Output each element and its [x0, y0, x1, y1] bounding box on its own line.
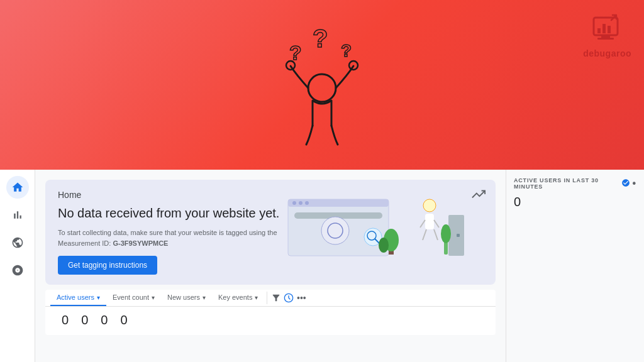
svg-text:?: ? — [341, 41, 352, 60]
compare-icon-button[interactable] — [282, 292, 295, 304]
svg-point-9 — [308, 74, 336, 102]
new-users-number: 0 — [101, 313, 108, 327]
tab-new-users[interactable]: New users ▾ — [161, 290, 212, 306]
right-panel-title-text: ACTIVE USERS IN LAST 30 MINUTES — [514, 177, 621, 190]
svg-rect-13 — [288, 199, 389, 207]
right-panel-header: ACTIVE USERS IN LAST 30 MINUTES • — [514, 177, 636, 190]
debugaroo-logo: debugaroo — [583, 13, 631, 58]
measurement-id: G-3F9SYWPMCE — [113, 239, 168, 247]
main-content: Home No data received from your website … — [35, 170, 506, 362]
metrics-tabs-container: Active users ▾ Event count ▾ New users ▾… — [45, 290, 496, 307]
right-panel-status-icon[interactable] — [621, 178, 630, 189]
card-left: Home No data received from your website … — [58, 190, 282, 275]
svg-rect-2 — [597, 38, 614, 40]
sidebar — [0, 170, 35, 362]
trending-up-icon — [472, 187, 486, 201]
more-options-dots: ••• — [297, 293, 306, 303]
svg-rect-3 — [597, 28, 601, 33]
get-tagging-button[interactable]: Get tagging instructions — [58, 256, 157, 275]
svg-point-35 — [441, 224, 451, 243]
check-circle-icon — [621, 178, 630, 187]
analytics-section: Home No data received from your website … — [0, 170, 644, 362]
confused-person-illustration: ? ? ? — [253, 16, 391, 154]
metric-event-count-value: 0 — [75, 310, 94, 330]
svg-point-15 — [299, 201, 303, 205]
tab-active-users-label: Active users — [57, 293, 94, 301]
debugaroo-label: debugaroo — [583, 48, 631, 58]
svg-line-28 — [420, 220, 425, 228]
metric-new-users-value: 0 — [94, 310, 114, 330]
tab-event-count-label: Event count — [113, 293, 149, 301]
metric-active-users-value: 0 — [55, 310, 75, 330]
no-data-card: Home No data received from your website … — [45, 180, 496, 285]
tab-key-events[interactable]: Key events ▾ — [212, 290, 264, 306]
more-options-button[interactable]: ••• — [295, 292, 308, 304]
svg-text:?: ? — [313, 25, 328, 52]
right-panel-value: 0 — [514, 195, 636, 209]
svg-rect-27 — [425, 214, 434, 229]
sidebar-item-reports[interactable] — [6, 204, 29, 226]
bar-chart-icon — [11, 209, 24, 221]
key-events-dropdown-arrow[interactable]: ▾ — [255, 294, 258, 301]
metrics-values-container: 0 0 0 0 — [45, 307, 496, 335]
tab-event-count[interactable]: Event count ▾ — [106, 290, 161, 306]
trend-icon-button[interactable] — [472, 187, 486, 204]
metrics-tabs: Active users ▾ Event count ▾ New users ▾… — [50, 290, 491, 306]
svg-line-31 — [434, 229, 438, 240]
svg-rect-5 — [608, 26, 611, 33]
active-users-dropdown-arrow[interactable]: ▾ — [97, 294, 100, 301]
svg-rect-4 — [602, 24, 606, 33]
sidebar-item-home[interactable] — [6, 176, 29, 199]
card-heading: No data received from your website yet. — [58, 205, 282, 221]
svg-point-25 — [379, 238, 389, 253]
svg-point-16 — [305, 201, 309, 205]
top-hero-section: debugaroo ? ? ? — [0, 0, 644, 170]
filter-icon-button[interactable] — [270, 292, 282, 304]
card-title: Home — [58, 190, 282, 200]
event-count-number: 0 — [81, 313, 88, 327]
home-icon — [11, 181, 24, 194]
event-count-dropdown-arrow[interactable]: ▾ — [152, 294, 155, 301]
tab-key-events-label: Key events — [218, 293, 252, 301]
advertising-icon — [11, 264, 24, 277]
svg-line-30 — [423, 229, 426, 240]
card-illustration — [282, 190, 483, 259]
svg-rect-1 — [601, 35, 610, 38]
active-users-number: 0 — [62, 313, 69, 327]
svg-line-29 — [434, 220, 439, 228]
right-panel: ACTIVE USERS IN LAST 30 MINUTES • 0 — [506, 170, 644, 362]
svg-point-26 — [423, 199, 436, 212]
debugaroo-logo-icon — [589, 13, 626, 47]
right-panel-more-button[interactable]: • — [633, 178, 636, 189]
right-panel-dots: • — [633, 178, 636, 189]
metrics-divider — [267, 292, 267, 304]
new-users-dropdown-arrow[interactable]: ▾ — [203, 294, 206, 301]
ga4-illustration — [282, 190, 470, 259]
svg-point-14 — [292, 201, 296, 205]
sidebar-item-explore[interactable] — [6, 231, 29, 254]
filter-icon — [271, 293, 281, 303]
svg-rect-33 — [457, 234, 460, 237]
sidebar-item-advertising[interactable] — [6, 259, 29, 282]
compare-icon — [284, 293, 294, 303]
svg-point-18 — [321, 217, 349, 244]
tab-new-users-label: New users — [167, 293, 200, 301]
tab-active-users[interactable]: Active users ▾ — [50, 290, 106, 306]
right-panel-icons: • — [621, 178, 636, 189]
card-description: To start collecting data, make sure that… — [58, 228, 282, 248]
metric-key-events-value: 0 — [114, 310, 133, 330]
key-events-number: 0 — [120, 313, 127, 327]
explore-icon — [11, 236, 24, 249]
